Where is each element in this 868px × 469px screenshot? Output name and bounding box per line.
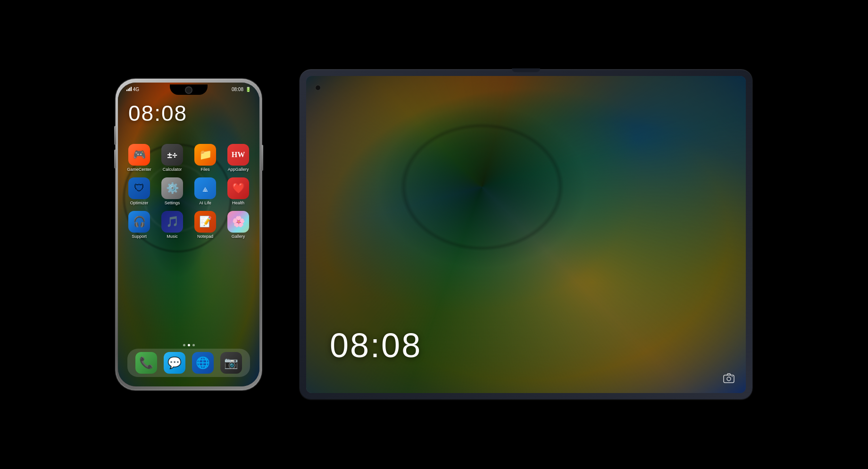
music-label: Music — [167, 234, 178, 239]
app-appgallery[interactable]: HW AppGallery — [225, 144, 252, 172]
appgallery-label: AppGallery — [228, 167, 249, 172]
volume-down-button[interactable] — [114, 150, 116, 168]
app-calculator[interactable]: ±÷ Calculator — [159, 144, 186, 172]
app-files[interactable]: 📁 Files — [192, 144, 219, 172]
notepad-icon: 📝 — [194, 211, 216, 233]
page-indicator — [118, 344, 259, 346]
tablet-camera-shortcut[interactable] — [722, 371, 735, 385]
tablet-device: 08:08 — [300, 69, 752, 400]
settings-icon: ⚙️ — [161, 177, 183, 199]
phone-app-grid: 🎮 GameCenter ±÷ Calculator 📁 Files HW Ap… — [118, 144, 259, 244]
app-row-3: 🎧 Support 🎵 Music 📝 Notepad 🌸 Gallery — [123, 211, 255, 239]
phone-dock: 📞 💬 🌐 📷 — [127, 349, 250, 377]
calculator-icon: ±÷ — [161, 144, 183, 166]
settings-label: Settings — [165, 201, 180, 205]
volume-up-button[interactable] — [114, 126, 116, 145]
notepad-label: Notepad — [197, 234, 213, 239]
support-label: Support — [132, 234, 147, 239]
app-support[interactable]: 🎧 Support — [125, 211, 153, 239]
calculator-label: Calculator — [163, 167, 182, 172]
svg-point-1 — [727, 377, 731, 381]
tablet-clock: 08:08 — [330, 326, 422, 365]
signal-indicator: 4G — [126, 86, 139, 92]
optimizer-label: Optimizer — [130, 201, 149, 205]
files-label: Files — [200, 167, 209, 172]
gamecenter-icon: 🎮 — [128, 144, 150, 166]
dock-browser[interactable]: 🌐 — [192, 352, 214, 374]
phone-clock: 08:08 — [128, 100, 187, 126]
support-icon: 🎧 — [128, 211, 150, 233]
tablet-top-bezel — [512, 68, 540, 72]
gallery-icon: 🌸 — [227, 211, 249, 233]
power-button[interactable] — [261, 145, 263, 171]
app-ailife[interactable]: ⟁ AI Life — [192, 177, 219, 205]
phone-device: 4G 08:08 🔋 08:08 🎮 GameCenter ±÷ Calcula… — [116, 79, 262, 390]
app-optimizer[interactable]: 🛡 Optimizer — [125, 177, 153, 205]
phone-screen: 4G 08:08 🔋 08:08 🎮 GameCenter ±÷ Calcula… — [118, 83, 259, 386]
tablet-front-camera — [316, 85, 320, 90]
dot-3 — [192, 344, 195, 346]
front-camera — [186, 87, 192, 93]
svg-point-2 — [732, 376, 733, 377]
ailife-icon: ⟁ — [194, 177, 216, 199]
dock-phone[interactable]: 📞 — [135, 352, 157, 374]
gamecenter-label: GameCenter — [127, 167, 151, 172]
ailife-label: AI Life — [199, 201, 211, 205]
gallery-label: Gallery — [232, 234, 245, 239]
dock-messages[interactable]: 💬 — [164, 352, 185, 374]
app-gallery[interactable]: 🌸 Gallery — [225, 211, 252, 239]
app-notepad[interactable]: 📝 Notepad — [192, 211, 219, 239]
health-icon: ❤️ — [227, 177, 249, 199]
app-music[interactable]: 🎵 Music — [159, 211, 186, 239]
optimizer-icon: 🛡 — [128, 177, 150, 199]
dot-2 — [188, 344, 190, 346]
files-icon: 📁 — [194, 144, 216, 166]
battery-time: 08:08 🔋 — [232, 87, 251, 92]
app-row-2: 🛡 Optimizer ⚙️ Settings ⟁ AI Life ❤️ Hea… — [123, 177, 255, 205]
health-label: Health — [232, 201, 244, 205]
phone-notch — [170, 84, 208, 95]
app-settings[interactable]: ⚙️ Settings — [159, 177, 186, 205]
app-gamecenter[interactable]: 🎮 GameCenter — [125, 144, 153, 172]
app-health[interactable]: ❤️ Health — [225, 177, 252, 205]
tablet-screen: 08:08 — [306, 76, 746, 393]
music-icon: 🎵 — [161, 211, 183, 233]
dock-camera[interactable]: 📷 — [220, 352, 242, 374]
app-row-1: 🎮 GameCenter ±÷ Calculator 📁 Files HW Ap… — [123, 144, 255, 172]
appgallery-icon: HW — [227, 144, 249, 166]
dot-1 — [183, 344, 185, 346]
